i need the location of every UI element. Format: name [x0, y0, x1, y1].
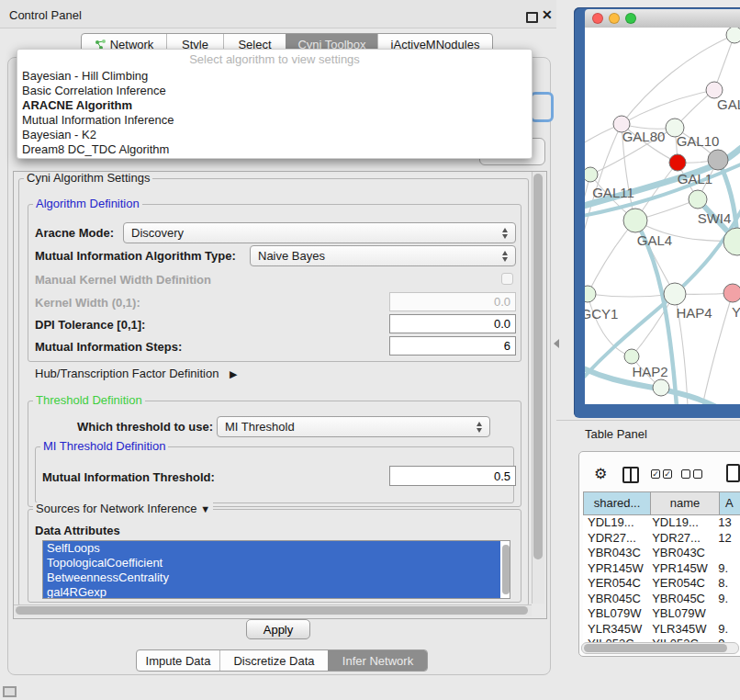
dropdown-prompt: Select algorithm to view settings — [17, 50, 532, 69]
table-panel-separator — [556, 420, 740, 421]
table-row[interactable]: YBR045C YBR045C 9. — [583, 592, 740, 607]
node-label: GAL10 — [677, 133, 720, 149]
node-gal4[interactable] — [623, 209, 647, 232]
column-header-name[interactable]: name — [651, 491, 720, 515]
column-header-shared-name[interactable]: shared... — [584, 491, 651, 515]
bottom-tab-bar: Impute Data Discretize Data Infer Networ… — [136, 649, 428, 672]
list-item[interactable]: TopologicalCoefficient — [43, 556, 500, 570]
minimize-traffic-light[interactable] — [609, 13, 620, 24]
attributes-list-scrollbar[interactable] — [502, 545, 510, 594]
settings-gear-icon[interactable]: ⚙ — [594, 465, 607, 482]
table-rows: YDL19... YDL19... 13 YDR27... YDR27... 1… — [583, 515, 740, 646]
algorithm-dropdown-popup: Select algorithm to view settings Bayesi… — [17, 49, 533, 159]
mi-algorithm-type-combobox[interactable]: Naive Bayes — [250, 245, 516, 266]
float-panel-icon[interactable] — [526, 12, 538, 23]
network-canvas[interactable]: GAL GAL80 GAL10 GAL1 GAL11 SWI4 GAL4 GCY… — [585, 28, 740, 404]
table-row[interactable]: YLR345W YLR345W 9. — [583, 622, 740, 638]
table-row[interactable]: YDL19... YDL19... 13 — [583, 515, 740, 531]
sources-section[interactable]: Sources for Network Inference ▼ — [33, 502, 213, 515]
node-hap2[interactable] — [624, 349, 639, 364]
manual-kernel-width-checkbox[interactable] — [501, 273, 513, 285]
table-row[interactable]: YBL079W YBL079W — [583, 606, 740, 622]
mi-threshold-label: Mutual Information Threshold: — [42, 470, 215, 484]
panel-divider-collapse-arrow[interactable] — [554, 339, 559, 348]
dropdown-item-highlighted[interactable]: ARACNE Algorithm — [17, 98, 532, 113]
mi-algorithm-type-label: Mutual Information Algorithm Type: — [35, 249, 236, 263]
node-gray[interactable] — [708, 150, 728, 170]
list-item[interactable]: gal4RGexp — [43, 585, 500, 599]
dropdown-item[interactable]: Mutual Information Inference — [17, 113, 532, 128]
collapsed-arrow-icon: ▶ — [230, 368, 237, 379]
table-row[interactable]: YDR27... YDR27... 12 — [583, 531, 740, 547]
combo-spinner-icon — [477, 422, 483, 433]
dropdown-item[interactable]: Bayesian - K2 — [17, 128, 532, 142]
network-graph: GAL GAL80 GAL10 GAL1 GAL11 SWI4 GAL4 GCY… — [585, 28, 740, 404]
dpi-tolerance-field[interactable] — [389, 314, 516, 333]
function-builder-icon[interactable] — [726, 464, 740, 482]
node-salmon[interactable] — [723, 284, 740, 302]
control-panel-titlebar — [0, 0, 556, 28]
table-row[interactable]: YPR145W YPR145W 9. — [583, 561, 740, 577]
node-label: GAL1 — [678, 171, 712, 186]
node-label: GAL11 — [592, 185, 634, 200]
threshold-definition-title: Threshold Definition — [33, 394, 145, 407]
table-row[interactable]: YBR043C YBR043C — [583, 546, 740, 561]
node-red[interactable] — [669, 154, 686, 171]
aracne-mode-label: Aracne Mode: — [35, 226, 114, 240]
minimized-panel-stub[interactable] — [3, 686, 17, 697]
dropdown-item[interactable]: Bayesian - Hill Climbing — [17, 69, 532, 84]
node-label: SWI4 — [698, 210, 732, 226]
column-header-partial[interactable]: A — [720, 491, 740, 515]
dropdown-item[interactable]: Basic Correlation Inference — [17, 84, 532, 98]
table-panel-title: Table Panel — [585, 427, 647, 441]
mi-steps-field[interactable] — [389, 336, 516, 356]
zoom-traffic-light[interactable] — [625, 13, 636, 24]
settings-hscroll-thumb[interactable] — [16, 606, 528, 615]
node-label: HAP2 — [632, 364, 667, 379]
mi-threshold-definition-title: MI Threshold Definition — [40, 440, 168, 453]
apply-button[interactable]: Apply — [246, 619, 310, 639]
node-hap4[interactable] — [664, 283, 686, 305]
expanded-arrow-icon: ▼ — [200, 503, 210, 514]
aracne-mode-combobox[interactable]: Discovery — [123, 222, 516, 243]
list-item[interactable]: SelfLoops — [43, 541, 500, 556]
which-threshold-combobox[interactable]: MI Threshold — [217, 416, 490, 437]
close-traffic-light[interactable] — [592, 13, 603, 24]
data-attributes-list: SelfLoops TopologicalCoefficient Between… — [42, 540, 510, 599]
select-all-icon[interactable]: ✓ — [663, 469, 672, 479]
node-gal11[interactable] — [585, 167, 598, 182]
table-row[interactable]: YER054C YER054C 8. — [583, 576, 740, 592]
node-gcy1[interactable] — [585, 286, 596, 302]
network-window-titlebar[interactable] — [585, 9, 740, 28]
hub-transcription-section[interactable]: Hub/Transcription Factor Definition ▶ — [35, 367, 237, 380]
list-item[interactable]: BetweennessCentrality — [43, 570, 500, 585]
obscured-combobox-fragment[interactable] — [530, 92, 554, 122]
mi-steps-label: Mutual Information Steps: — [35, 340, 182, 354]
which-threshold-label: Which threshold to use: — [77, 420, 213, 434]
dropdown-item[interactable]: Dream8 DC_TDC Algorithm — [17, 142, 532, 157]
node-label: GAL — [717, 96, 740, 112]
node-gal1[interactable] — [689, 190, 707, 209]
manual-kernel-width-label: Manual Kernel Width Definition — [35, 273, 211, 287]
node-bottom[interactable] — [653, 379, 669, 396]
tab-discretize-data[interactable]: Discretize Data — [219, 650, 328, 671]
table-hscroll-thumb[interactable] — [584, 644, 727, 652]
kernel-width-field[interactable] — [389, 292, 516, 311]
deselect-all-icon[interactable] — [681, 469, 690, 479]
select-all-icon[interactable]: ✓ — [651, 469, 660, 479]
column-layout-icon[interactable] — [622, 467, 639, 483]
node-label: GAL80 — [622, 129, 666, 144]
node-unlabeled-top[interactable] — [726, 28, 740, 43]
combo-spinner-icon — [502, 228, 509, 239]
deselect-all-icon[interactable] — [693, 469, 702, 479]
close-panel-icon[interactable]: ✕ — [542, 7, 553, 22]
tab-impute-data[interactable]: Impute Data — [137, 650, 219, 671]
table-header-row: shared... name A — [583, 491, 740, 515]
node-label: HAP4 — [676, 305, 712, 321]
node-label: GAL4 — [637, 232, 672, 248]
combo-spinner-icon — [502, 251, 509, 262]
tab-infer-network[interactable]: Infer Network — [328, 650, 427, 671]
settings-vscroll-thumb[interactable] — [533, 174, 543, 559]
data-attributes-label: Data Attributes — [35, 524, 120, 537]
mi-threshold-field[interactable] — [389, 466, 516, 486]
